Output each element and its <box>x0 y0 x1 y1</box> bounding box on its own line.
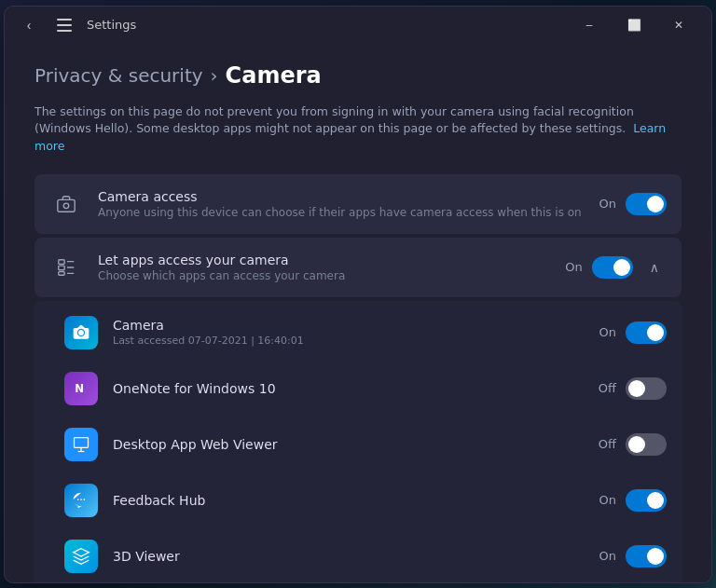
svg-text:N: N <box>75 382 84 395</box>
camera-app-name: Camera <box>113 318 585 333</box>
let-apps-control: On ∧ <box>565 256 667 279</box>
hamburger-line <box>57 19 72 21</box>
camera-app-toggle[interactable] <box>626 321 667 344</box>
let-apps-subtitle: Choose which apps can access your camera <box>98 269 550 282</box>
viewer3d-app-name: 3D Viewer <box>113 549 585 564</box>
desktop-app-toggle[interactable] <box>626 433 667 456</box>
settings-window: ‹ Settings – ⬜ ✕ Privacy & security › Ca… <box>4 6 712 583</box>
hamburger-line <box>57 24 72 26</box>
camera-access-control: On <box>599 193 667 215</box>
svg-point-1 <box>63 203 69 209</box>
breadcrumb-current: Camera <box>226 62 322 89</box>
viewer3d-app-status: On <box>599 549 616 563</box>
svg-rect-0 <box>58 199 75 212</box>
titlebar-left: ‹ Settings <box>16 12 568 38</box>
let-apps-text: Let apps access your camera Choose which… <box>98 253 550 282</box>
viewer3d-app-control: On <box>599 545 667 567</box>
camera-app-text: Camera Last accessed 07-07-2021 | 16:40:… <box>113 318 585 347</box>
onenote-app-toggle[interactable] <box>626 377 667 400</box>
svg-rect-3 <box>59 266 64 270</box>
camera-app-icon <box>64 316 98 349</box>
onenote-app-status: Off <box>599 381 616 395</box>
main-content: Privacy & security › Camera The settings… <box>5 44 711 582</box>
apps-list-section: Camera Last accessed 07-07-2021 | 16:40:… <box>34 301 682 582</box>
svg-rect-4 <box>59 271 64 275</box>
viewer3d-app-text: 3D Viewer <box>113 549 585 564</box>
list-item: N OneNote for Windows 10 Off <box>34 361 682 417</box>
onenote-app-text: OneNote for Windows 10 <box>113 381 584 396</box>
close-button[interactable]: ✕ <box>657 10 700 40</box>
let-apps-section: Let apps access your camera Choose which… <box>34 238 682 297</box>
let-apps-toggle[interactable] <box>592 256 633 279</box>
list-item: Desktop App Web Viewer Off <box>34 417 682 472</box>
feedback-app-text: Feedback Hub <box>113 493 585 508</box>
viewer3d-app-toggle[interactable] <box>626 545 667 567</box>
camera-access-subtitle: Anyone using this device can choose if t… <box>98 206 585 219</box>
camera-access-row: Camera access Anyone using this device c… <box>34 174 682 234</box>
viewer3d-app-icon <box>64 540 98 573</box>
desktop-app-control: Off <box>599 433 667 456</box>
camera-access-status: On <box>599 197 616 211</box>
camera-access-toggle[interactable] <box>626 193 667 215</box>
svg-rect-10 <box>75 437 89 447</box>
camera-access-icon <box>49 187 83 221</box>
list-item: Feedback Hub On <box>34 472 682 528</box>
hamburger-button[interactable] <box>51 12 77 38</box>
let-apps-row: Let apps access your camera Choose which… <box>34 238 682 297</box>
feedback-app-name: Feedback Hub <box>113 493 585 508</box>
svg-point-8 <box>78 330 84 335</box>
let-apps-title: Let apps access your camera <box>98 253 550 267</box>
desktop-app-text: Desktop App Web Viewer <box>113 437 584 452</box>
feedback-app-control: On <box>599 489 667 512</box>
desktop-app-icon <box>64 428 98 461</box>
let-apps-status: On <box>565 260 582 274</box>
titlebar-controls: – ⬜ ✕ <box>568 10 700 40</box>
feedback-app-icon <box>64 484 98 517</box>
hamburger-line <box>57 30 72 32</box>
camera-access-section: Camera access Anyone using this device c… <box>34 174 682 234</box>
onenote-app-name: OneNote for Windows 10 <box>113 381 584 396</box>
camera-app-status: On <box>599 325 616 339</box>
desktop-app-status: Off <box>599 437 616 451</box>
minimize-button[interactable]: – <box>568 10 611 40</box>
breadcrumb: Privacy & security › Camera <box>34 62 682 89</box>
breadcrumb-parent: Privacy & security <box>34 64 203 87</box>
titlebar: ‹ Settings – ⬜ ✕ <box>5 7 711 44</box>
page-description: The settings on this page do not prevent… <box>34 103 682 156</box>
camera-app-accessed: Last accessed 07-07-2021 | 16:40:01 <box>113 335 585 347</box>
list-item: Camera Last accessed 07-07-2021 | 16:40:… <box>34 305 682 361</box>
let-apps-expand-button[interactable]: ∧ <box>642 256 667 279</box>
let-apps-icon <box>49 251 83 284</box>
back-button[interactable]: ‹ <box>16 12 42 38</box>
camera-access-text: Camera access Anyone using this device c… <box>98 189 585 219</box>
titlebar-title: Settings <box>87 18 136 32</box>
feedback-app-toggle[interactable] <box>626 489 667 512</box>
camera-app-control: On <box>599 321 667 344</box>
list-item: 3D Viewer On <box>34 528 682 582</box>
onenote-app-icon: N <box>64 372 98 405</box>
breadcrumb-separator: › <box>211 64 218 87</box>
desktop-app-name: Desktop App Web Viewer <box>113 437 584 452</box>
maximize-button[interactable]: ⬜ <box>613 10 655 40</box>
svg-rect-2 <box>59 260 64 265</box>
description-text: The settings on this page do not prevent… <box>34 104 634 136</box>
camera-access-title: Camera access <box>98 189 585 204</box>
feedback-app-status: On <box>599 493 616 507</box>
onenote-app-control: Off <box>599 377 667 400</box>
